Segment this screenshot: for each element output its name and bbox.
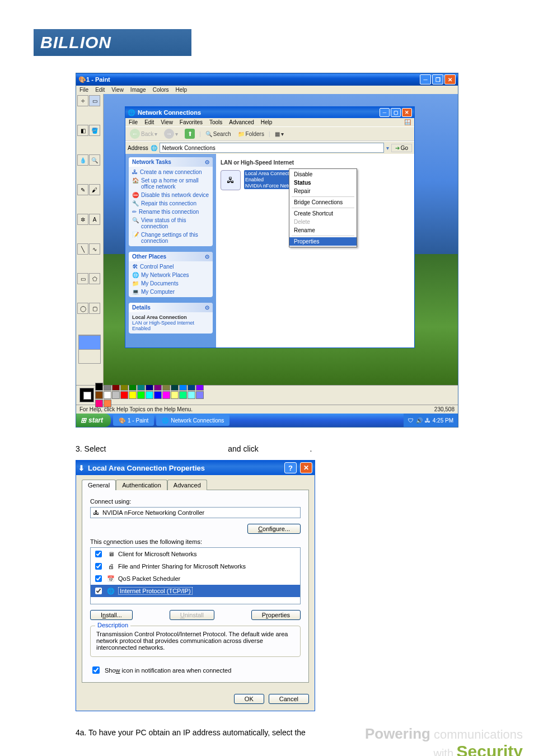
paint-menu-colors[interactable]: Colors (153, 87, 169, 93)
nc-menu-file[interactable]: File (129, 119, 138, 125)
nc-forward-button[interactable]: → ▾ (162, 128, 180, 139)
nc-up-button[interactable]: ⬆ (182, 128, 197, 139)
palette-color[interactable] (179, 391, 187, 399)
collapse-icon[interactable]: ⊙ (205, 253, 209, 260)
tab-advanced[interactable]: Advanced (167, 480, 207, 490)
task-change-settings[interactable]: 📝 Change settings of this connection (132, 232, 209, 244)
tool-pencil[interactable]: ✎ (77, 184, 88, 195)
palette-current-colors[interactable] (79, 388, 94, 402)
tool-roundrect[interactable]: ▢ (89, 303, 100, 314)
place-control-panel[interactable]: 🛠 Control Panel (132, 264, 209, 270)
start-button[interactable]: ⊞ start (76, 414, 111, 427)
palette-color[interactable] (95, 391, 103, 399)
tool-fill[interactable]: 🪣 (89, 125, 100, 136)
ctx-shortcut[interactable]: Create Shortcut (289, 209, 357, 218)
tool-rect-select[interactable]: ▭ (89, 95, 100, 106)
tab-general[interactable]: General (82, 480, 116, 490)
other-places-heading[interactable]: Other Places⊙ (129, 252, 213, 261)
nc-minimize-button[interactable]: ─ (380, 108, 390, 117)
tool-curve[interactable]: ∿ (89, 243, 100, 255)
nc-views-button[interactable]: ▦ ▾ (273, 130, 287, 138)
taskbar-item-paint[interactable]: 🎨 1 - Paint (113, 415, 154, 426)
task-disable-device[interactable]: ⛔ Disable this network device (132, 192, 209, 198)
task-setup-network[interactable]: 🏠 Set up a home or small office network (132, 177, 209, 190)
dlg-help-button[interactable]: ? (284, 462, 297, 473)
items-listbox[interactable]: 🖥Client for Microsoft Networks 🖨File and… (90, 547, 301, 604)
paint-menu-edit[interactable]: Edit (95, 87, 105, 93)
properties-button[interactable]: Properties (251, 610, 301, 620)
nc-close-button[interactable]: ✕ (402, 108, 412, 117)
paint-restore-button[interactable]: ❐ (432, 74, 443, 84)
palette-color[interactable] (171, 391, 179, 399)
ctx-bridge[interactable]: Bridge Connections (289, 198, 357, 206)
collapse-icon[interactable]: ⊙ (205, 159, 209, 165)
palette-color[interactable] (120, 391, 128, 399)
paint-minimize-button[interactable]: ─ (420, 74, 431, 84)
item-qos[interactable]: 📅QoS Packet Scheduler (91, 572, 300, 585)
nc-menu-advanced[interactable]: Advanced (229, 119, 254, 125)
network-tasks-heading[interactable]: Network Tasks⊙ (129, 157, 213, 167)
task-rename[interactable]: ✏ Rename this connection (132, 209, 209, 215)
paint-menu-view[interactable]: View (111, 87, 124, 93)
ctx-disable[interactable]: Disable (289, 170, 357, 179)
tool-options[interactable] (78, 335, 101, 364)
tray-icon[interactable]: 🖧 (425, 417, 430, 424)
tool-ellipse[interactable]: ◯ (77, 303, 88, 314)
palette-color[interactable] (129, 391, 137, 399)
nc-menu-view[interactable]: View (161, 119, 173, 125)
task-create-connection[interactable]: 🖧 Create a new connection (132, 169, 209, 175)
details-heading[interactable]: Details⊙ (129, 303, 213, 312)
paint-menu-image[interactable]: Image (130, 87, 146, 93)
ctx-rename[interactable]: Rename (289, 226, 357, 234)
ctx-repair[interactable]: Repair (289, 187, 357, 195)
item-fps-checkbox[interactable] (95, 563, 102, 570)
tool-rect[interactable]: ▭ (77, 273, 88, 284)
palette-color[interactable] (104, 391, 111, 399)
nc-go-button[interactable]: ➔Go (391, 144, 412, 152)
tool-free-select[interactable]: ✧ (77, 95, 88, 106)
place-my-documents[interactable]: 📁 My Documents (132, 280, 209, 287)
palette-color[interactable] (188, 391, 195, 399)
item-qos-checkbox[interactable] (95, 575, 102, 582)
palette-color[interactable] (95, 383, 103, 391)
tray-icon[interactable]: 🛡 (408, 417, 414, 424)
item-tcpip-checkbox[interactable] (95, 588, 102, 594)
palette-color[interactable] (146, 391, 153, 399)
system-tray[interactable]: 🛡 🔊 🖧 4:25 PM (404, 414, 458, 427)
nc-maximize-button[interactable]: ▢ (391, 108, 401, 117)
item-file-printer[interactable]: 🖨File and Printer Sharing for Microsoft … (91, 560, 300, 572)
place-network-places[interactable]: 🌐 My Network Places (132, 272, 209, 278)
tool-picker[interactable]: 💧 (77, 154, 88, 166)
tool-eraser[interactable]: ◧ (77, 125, 88, 136)
tab-authentication[interactable]: Authentication (116, 480, 167, 490)
paint-menu-help[interactable]: Help (176, 87, 188, 93)
taskbar-item-network[interactable]: 🌐 Network Connections (156, 415, 229, 426)
nc-back-button[interactable]: ←Back ▾ (128, 128, 160, 139)
tool-brush[interactable]: 🖌 (89, 184, 100, 195)
nc-folders-button[interactable]: 📁 Folders (236, 130, 266, 138)
place-my-computer[interactable]: 💻 My Computer (132, 289, 209, 295)
collapse-icon[interactable]: ⊙ (205, 304, 209, 311)
ctx-properties[interactable]: Properties (289, 237, 357, 246)
palette-color[interactable] (112, 391, 120, 399)
task-repair[interactable]: 🔧 Repair this connection (132, 200, 209, 206)
nc-menu-edit[interactable]: Edit (144, 119, 154, 125)
paint-close-button[interactable]: ✕ (444, 74, 456, 84)
nc-menu-tools[interactable]: Tools (209, 119, 222, 125)
show-icon-checkbox[interactable] (92, 666, 100, 674)
palette-color[interactable] (162, 391, 170, 399)
tool-line[interactable]: ╲ (77, 243, 88, 255)
cancel-button[interactable]: Cancel (269, 694, 309, 704)
paint-menu-file[interactable]: File (79, 87, 88, 93)
ok-button[interactable]: OK (234, 694, 264, 704)
palette-color[interactable] (137, 391, 145, 399)
tool-spray[interactable]: ✲ (77, 214, 88, 225)
nc-address-input[interactable] (160, 143, 384, 153)
configure-button[interactable]: Configure... (247, 524, 301, 534)
tool-zoom[interactable]: 🔍 (89, 154, 100, 166)
tray-icon[interactable]: 🔊 (416, 417, 423, 424)
tool-text[interactable]: A (89, 214, 100, 225)
nc-search-button[interactable]: 🔍 Search (203, 130, 233, 138)
item-client[interactable]: 🖥Client for Microsoft Networks (91, 548, 300, 560)
item-client-checkbox[interactable] (95, 551, 102, 557)
